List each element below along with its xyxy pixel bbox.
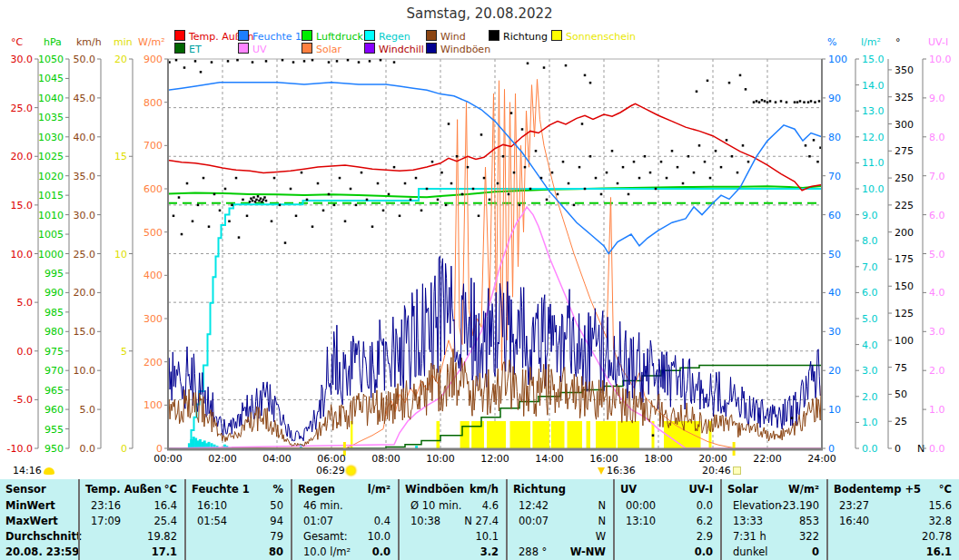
svg-text:100: 100 — [895, 335, 914, 347]
svg-text:90: 90 — [828, 93, 841, 104]
svg-text:20.0: 20.0 — [74, 287, 96, 299]
svg-text:4.0: 4.0 — [862, 339, 878, 351]
svg-text:20:00: 20:00 — [698, 453, 727, 465]
table-cell: 23:2715.6 — [834, 498, 954, 513]
svg-text:3.0: 3.0 — [929, 326, 945, 338]
axis-kmh: km/h0.05.010.015.020.025.030.035.040.045… — [74, 36, 102, 455]
axis-pct: %0102030405060708090100 — [822, 36, 847, 455]
svg-text:955: 955 — [44, 424, 64, 436]
table-cell: 10.1 — [405, 529, 500, 544]
svg-text:965: 965 — [44, 385, 64, 397]
table-cell: 7:31 h322 — [727, 529, 821, 544]
svg-text:10: 10 — [828, 404, 841, 416]
svg-text:8.0: 8.0 — [929, 132, 945, 143]
axis-deg: °0N2550751001251501752002252502753003253… — [888, 36, 924, 455]
table-cell: 12:42N — [513, 498, 608, 513]
column-header: Richtung — [513, 482, 608, 496]
svg-text:75: 75 — [895, 362, 907, 374]
svg-text:2.0: 2.0 — [862, 391, 878, 403]
column-header: Feuchte 1% — [192, 482, 285, 496]
svg-text:50: 50 — [828, 249, 841, 260]
axis-hPa: hPa9509559609659709759809859909951000100… — [38, 36, 69, 455]
svg-text:70: 70 — [828, 171, 841, 182]
table-cell: 01:070.4 — [298, 514, 392, 528]
svg-text:24:00: 24:00 — [807, 453, 836, 465]
table-cell: 01:5494 — [192, 514, 285, 528]
table-cell: 17:0925.4 — [85, 514, 179, 528]
svg-text:60: 60 — [828, 210, 841, 221]
table-col-solar: SolarW/m²Elevation-23.19013:338537:31 h3… — [720, 479, 826, 560]
column-header: Regenl/m² — [298, 482, 392, 496]
svg-text:100: 100 — [828, 54, 847, 65]
column-header: Temp. Außen°C — [85, 482, 179, 496]
svg-text:500: 500 — [143, 227, 163, 239]
axis-lm2: l/m²0.01.02.03.04.05.06.07.08.09.010.011… — [855, 36, 885, 455]
svg-text:1015: 1015 — [38, 190, 64, 201]
svg-text:22:00: 22:00 — [753, 453, 782, 465]
svg-text:200: 200 — [895, 227, 914, 239]
row-label: Sensor — [5, 482, 73, 496]
svg-text:15.0: 15.0 — [862, 54, 885, 65]
table-col-feuchte-1: Feuchte 1%16:105001:54947980 — [184, 479, 291, 560]
weather-day-chart-screen: Samstag, 20.08.2022 Temp. AußenFeuchte 1… — [0, 0, 959, 560]
axis-uvi: UV-I0.01.02.03.04.05.06.07.08.09.010.0 — [923, 36, 952, 455]
svg-text:l/m²: l/m² — [861, 36, 881, 48]
svg-text:min: min — [114, 36, 133, 48]
svg-text:80: 80 — [828, 132, 841, 143]
row-label: 20.08. 23:59 — [5, 545, 73, 559]
svg-text:900: 900 — [143, 54, 163, 65]
table-cell: 16:1050 — [192, 498, 285, 513]
svg-text:-10.0: -10.0 — [7, 443, 33, 455]
svg-text:1020: 1020 — [38, 171, 64, 182]
svg-text:985: 985 — [44, 307, 64, 319]
svg-text:970: 970 — [44, 365, 64, 377]
row-label: Durchschnitt — [5, 529, 73, 544]
svg-text:5: 5 — [121, 346, 127, 358]
table-cell: W — [513, 529, 608, 544]
svg-text:%: % — [827, 36, 836, 48]
column-header: Windböenkm/h — [405, 482, 500, 496]
table-cell: 23:1616.4 — [85, 498, 179, 513]
table-col-regen: Regenl/m²46 min.01:070.4Gesamt:10.010.0 … — [291, 479, 398, 560]
table-cell: Elevation-23.190 — [727, 498, 821, 513]
svg-text:13.0: 13.0 — [862, 105, 885, 117]
svg-text:1005: 1005 — [38, 229, 64, 241]
svg-text:175: 175 — [895, 253, 914, 265]
svg-text:0.0: 0.0 — [17, 346, 34, 358]
table-cell: Ø 10 min.4.6 — [405, 498, 500, 513]
table-col-temp-au-en: Temp. Außen°C23:1616.417:0925.419.8217.1 — [78, 479, 184, 560]
svg-text:700: 700 — [143, 140, 163, 152]
svg-text:35.0: 35.0 — [74, 171, 96, 182]
svg-text:10.0: 10.0 — [862, 183, 885, 195]
svg-text:275: 275 — [895, 145, 914, 157]
sensor-stats-table: SensorMinWertMaxWertDurchschnitt20.08. 2… — [0, 479, 959, 560]
svg-text:W/m²: W/m² — [138, 36, 165, 48]
svg-text:0: 0 — [121, 443, 127, 455]
svg-text:1.0: 1.0 — [929, 404, 945, 416]
svg-text:0.0: 0.0 — [929, 443, 945, 455]
table-cell: 13:33853 — [727, 514, 821, 528]
svg-text:-5.0: -5.0 — [14, 394, 33, 406]
svg-text:14:00: 14:00 — [535, 453, 564, 465]
svg-text:800: 800 — [143, 97, 163, 109]
svg-text:15.0: 15.0 — [74, 326, 96, 338]
svg-text:10:00: 10:00 — [426, 453, 455, 465]
table-col-windb-en: Windböenkm/hØ 10 min.4.610:38N 27.410.13… — [398, 479, 506, 560]
svg-text:50: 50 — [895, 388, 907, 400]
table-cell: 288 °W-NW — [513, 545, 608, 559]
svg-text:990: 990 — [44, 287, 64, 299]
table-cell: 3.2 — [405, 545, 500, 559]
svg-text:1045: 1045 — [38, 73, 64, 84]
svg-text:20: 20 — [114, 54, 127, 65]
svg-text:30.0: 30.0 — [74, 210, 96, 221]
table-cell: 16.1 — [834, 545, 954, 559]
svg-text:0.0: 0.0 — [80, 443, 96, 455]
svg-text:25: 25 — [895, 416, 907, 427]
svg-text:°: ° — [895, 36, 901, 48]
table-cell: 80 — [192, 545, 285, 559]
svg-text:10.0: 10.0 — [11, 249, 34, 260]
svg-text:25.0: 25.0 — [74, 249, 96, 260]
svg-text:600: 600 — [143, 183, 163, 195]
column-header: SolarW/m² — [727, 482, 821, 496]
table-cell: 0.0 — [620, 545, 715, 559]
